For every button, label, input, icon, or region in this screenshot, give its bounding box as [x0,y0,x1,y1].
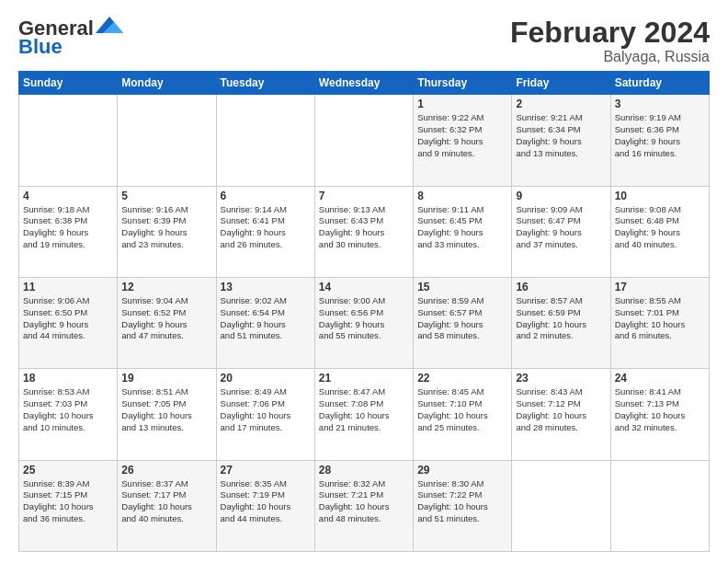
day-number: 25 [23,464,113,477]
calendar-cell: 9Sunrise: 9:09 AM Sunset: 6:47 PM Daylig… [512,186,610,277]
day-number: 26 [121,464,211,477]
cell-data: Sunrise: 8:39 AM Sunset: 7:15 PM Dayligh… [23,478,113,525]
calendar-header-friday: Friday [512,72,610,95]
page-title: February 2024 [510,17,710,49]
day-number: 28 [319,464,409,477]
cell-data: Sunrise: 8:53 AM Sunset: 7:03 PM Dayligh… [23,386,113,433]
cell-data: Sunrise: 8:47 AM Sunset: 7:08 PM Dayligh… [319,386,409,433]
calendar-header-row: SundayMondayTuesdayWednesdayThursdayFrid… [19,72,710,95]
logo: General Blue [18,17,123,59]
cell-data: Sunrise: 9:04 AM Sunset: 6:52 PM Dayligh… [121,295,211,342]
cell-data: Sunrise: 8:32 AM Sunset: 7:21 PM Dayligh… [319,478,409,525]
cell-data: Sunrise: 9:00 AM Sunset: 6:56 PM Dayligh… [319,295,409,342]
day-number: 15 [417,281,507,293]
calendar-cell [314,95,413,186]
cell-data: Sunrise: 9:18 AM Sunset: 6:38 PM Dayligh… [23,204,113,251]
cell-data: Sunrise: 9:09 AM Sunset: 6:47 PM Dayligh… [516,204,606,251]
calendar-week-0: 1Sunrise: 9:22 AM Sunset: 6:32 PM Daylig… [19,95,710,186]
cell-data: Sunrise: 8:51 AM Sunset: 7:05 PM Dayligh… [121,386,211,433]
day-number: 7 [319,190,409,202]
calendar-cell: 28Sunrise: 8:32 AM Sunset: 7:21 PM Dayli… [314,460,413,551]
day-number: 5 [121,190,211,202]
calendar-cell: 20Sunrise: 8:49 AM Sunset: 7:06 PM Dayli… [216,369,314,460]
calendar-cell: 13Sunrise: 9:02 AM Sunset: 6:54 PM Dayli… [216,277,314,368]
cell-data: Sunrise: 9:22 AM Sunset: 6:32 PM Dayligh… [417,112,507,159]
calendar-cell: 18Sunrise: 8:53 AM Sunset: 7:03 PM Dayli… [19,369,118,460]
day-number: 9 [516,190,606,202]
day-number: 24 [615,372,705,385]
calendar-week-3: 18Sunrise: 8:53 AM Sunset: 7:03 PM Dayli… [19,369,710,460]
cell-data: Sunrise: 9:08 AM Sunset: 6:48 PM Dayligh… [615,204,705,251]
calendar-week-2: 11Sunrise: 9:06 AM Sunset: 6:50 PM Dayli… [19,277,710,368]
logo-icon [96,17,123,33]
calendar-cell [216,95,314,186]
calendar-cell: 1Sunrise: 9:22 AM Sunset: 6:32 PM Daylig… [414,95,512,186]
cell-data: Sunrise: 8:57 AM Sunset: 6:59 PM Dayligh… [516,295,606,342]
cell-data: Sunrise: 8:55 AM Sunset: 7:01 PM Dayligh… [615,295,705,342]
day-number: 22 [417,372,507,385]
header: General Blue February 2024 Balyaga, Russ… [18,17,710,65]
calendar-cell: 3Sunrise: 9:19 AM Sunset: 6:36 PM Daylig… [610,95,709,186]
cell-data: Sunrise: 8:30 AM Sunset: 7:22 PM Dayligh… [417,478,507,525]
calendar-cell: 8Sunrise: 9:11 AM Sunset: 6:45 PM Daylig… [414,186,512,277]
day-number: 14 [319,281,409,293]
cell-data: Sunrise: 9:11 AM Sunset: 6:45 PM Dayligh… [417,204,507,251]
cell-data: Sunrise: 9:19 AM Sunset: 6:36 PM Dayligh… [615,112,705,159]
day-number: 10 [615,190,705,202]
calendar-header-tuesday: Tuesday [216,72,314,95]
day-number: 21 [319,372,409,385]
cell-data: Sunrise: 9:06 AM Sunset: 6:50 PM Dayligh… [23,295,113,342]
day-number: 19 [121,372,211,385]
calendar-cell: 26Sunrise: 8:37 AM Sunset: 7:17 PM Dayli… [118,460,216,551]
calendar-header-monday: Monday [118,72,216,95]
calendar-cell: 21Sunrise: 8:47 AM Sunset: 7:08 PM Dayli… [314,369,413,460]
calendar-cell: 5Sunrise: 9:16 AM Sunset: 6:39 PM Daylig… [118,186,216,277]
logo-blue: Blue [18,35,63,59]
calendar-cell [118,95,216,186]
calendar-cell: 27Sunrise: 8:35 AM Sunset: 7:19 PM Dayli… [216,460,314,551]
calendar-cell: 14Sunrise: 9:00 AM Sunset: 6:56 PM Dayli… [314,277,413,368]
day-number: 12 [121,281,211,293]
day-number: 23 [516,372,606,385]
calendar-cell: 19Sunrise: 8:51 AM Sunset: 7:05 PM Dayli… [118,369,216,460]
page: General Blue February 2024 Balyaga, Russ… [0,0,728,563]
calendar-cell: 11Sunrise: 9:06 AM Sunset: 6:50 PM Dayli… [19,277,118,368]
calendar-cell: 22Sunrise: 8:45 AM Sunset: 7:10 PM Dayli… [414,369,512,460]
calendar-cell: 4Sunrise: 9:18 AM Sunset: 6:38 PM Daylig… [19,186,118,277]
day-number: 8 [417,190,507,202]
calendar-cell: 7Sunrise: 9:13 AM Sunset: 6:43 PM Daylig… [314,186,413,277]
day-number: 1 [417,98,507,110]
calendar-cell: 10Sunrise: 9:08 AM Sunset: 6:48 PM Dayli… [610,186,709,277]
calendar-cell [19,95,118,186]
cell-data: Sunrise: 8:43 AM Sunset: 7:12 PM Dayligh… [516,386,606,433]
cell-data: Sunrise: 8:37 AM Sunset: 7:17 PM Dayligh… [121,478,211,525]
cell-data: Sunrise: 8:59 AM Sunset: 6:57 PM Dayligh… [417,295,507,342]
cell-data: Sunrise: 9:02 AM Sunset: 6:54 PM Dayligh… [221,295,311,342]
page-subtitle: Balyaga, Russia [510,49,710,65]
cell-data: Sunrise: 9:21 AM Sunset: 6:34 PM Dayligh… [516,112,606,159]
calendar-cell: 6Sunrise: 9:14 AM Sunset: 6:41 PM Daylig… [216,186,314,277]
day-number: 18 [23,372,113,385]
cell-data: Sunrise: 8:49 AM Sunset: 7:06 PM Dayligh… [221,386,311,433]
calendar-header-sunday: Sunday [19,72,118,95]
cell-data: Sunrise: 8:45 AM Sunset: 7:10 PM Dayligh… [417,386,507,433]
day-number: 16 [516,281,606,293]
day-number: 2 [516,98,606,110]
calendar-cell: 16Sunrise: 8:57 AM Sunset: 6:59 PM Dayli… [512,277,610,368]
calendar-cell: 25Sunrise: 8:39 AM Sunset: 7:15 PM Dayli… [19,460,118,551]
calendar-cell [512,460,610,551]
cell-data: Sunrise: 9:16 AM Sunset: 6:39 PM Dayligh… [121,204,211,251]
calendar-week-1: 4Sunrise: 9:18 AM Sunset: 6:38 PM Daylig… [19,186,710,277]
day-number: 27 [221,464,311,477]
cell-data: Sunrise: 8:35 AM Sunset: 7:19 PM Dayligh… [221,478,311,525]
calendar-cell: 29Sunrise: 8:30 AM Sunset: 7:22 PM Dayli… [414,460,512,551]
calendar-cell: 17Sunrise: 8:55 AM Sunset: 7:01 PM Dayli… [610,277,709,368]
day-number: 17 [615,281,705,293]
day-number: 11 [23,281,113,293]
day-number: 29 [417,464,507,477]
cell-data: Sunrise: 9:14 AM Sunset: 6:41 PM Dayligh… [221,204,311,251]
cell-data: Sunrise: 8:41 AM Sunset: 7:13 PM Dayligh… [615,386,705,433]
calendar-week-4: 25Sunrise: 8:39 AM Sunset: 7:15 PM Dayli… [19,460,710,551]
calendar-header-saturday: Saturday [610,72,709,95]
day-number: 6 [221,190,311,202]
